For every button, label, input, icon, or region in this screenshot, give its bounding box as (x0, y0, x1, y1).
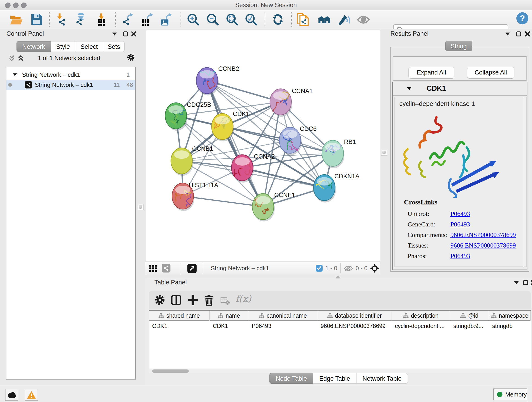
add-column-icon[interactable] (188, 295, 198, 305)
node-CCNB1[interactable]: CCNB1 (171, 145, 213, 176)
crosslink-link[interactable]: P06493 (450, 252, 470, 260)
network-view-canvas[interactable]: CCNB2CCNA1CDC25BCDK1CDC6RB1CCNB1CCNA2CDK… (145, 30, 380, 261)
table-cell[interactable]: stringdb (489, 321, 531, 331)
open-session-button[interactable] (10, 13, 23, 26)
selected-nodes-checkbox[interactable] (316, 265, 323, 272)
column-header-database-identifier[interactable]: database identifier (317, 311, 392, 321)
table-toolbar: f(x) (149, 291, 531, 309)
birds-eye-crosshair-icon[interactable] (370, 264, 379, 273)
network-row-selected[interactable]: String Network – cdk1 11 48 (6, 80, 135, 90)
node-CDK1[interactable]: CDK1 (211, 110, 249, 141)
panel-menu-icon[interactable] (112, 32, 117, 36)
zoom-in-button[interactable] (187, 13, 200, 26)
node-CDC25B[interactable]: CDC25B (165, 101, 211, 131)
panel-close-icon[interactable] (525, 31, 530, 37)
protein-card-header[interactable]: CDK1 (393, 82, 527, 96)
tree-expand-icon[interactable] (13, 73, 17, 76)
column-header-@id[interactable]: @id (450, 311, 489, 321)
crosslink-link[interactable]: 9606.ENSP00000378699 (450, 231, 516, 239)
panel-menu-icon[interactable] (514, 281, 519, 284)
refresh-button[interactable] (272, 13, 285, 26)
window-title: Session: New Session (0, 0, 532, 10)
tab-style[interactable]: Style (51, 41, 75, 52)
window-zoom-button[interactable] (21, 2, 27, 8)
show-graphics-button[interactable] (357, 13, 370, 26)
panel-close-icon[interactable] (531, 280, 532, 285)
gear-icon[interactable] (127, 54, 135, 61)
cloud-status-button[interactable] (5, 389, 18, 401)
crosslink-link[interactable]: 9606.ENSP00000378699 (450, 242, 516, 249)
table-cell[interactable]: cyclin-dependent ... (392, 321, 450, 331)
column-header-canonical-name[interactable]: canonical name (248, 311, 317, 321)
window-minimize-button[interactable] (13, 2, 19, 8)
crosslink-link[interactable]: P06493 (450, 210, 470, 217)
collapse-all-button[interactable]: Collapse All (467, 67, 514, 79)
node-RB1[interactable]: RB1 (322, 138, 356, 168)
crosslink-link[interactable]: P06493 (450, 221, 470, 228)
table-cell[interactable]: CDK1 (210, 321, 249, 331)
panel-float-icon[interactable] (516, 31, 521, 37)
export-image-button[interactable] (160, 13, 173, 26)
tab-select[interactable]: Select (75, 41, 103, 52)
open-in-window-icon[interactable] (187, 264, 196, 273)
warnings-button[interactable] (25, 389, 38, 401)
expand-all-button[interactable]: Expand All (409, 67, 454, 79)
help-button[interactable]: ? (516, 12, 529, 25)
tab-string[interactable]: String (445, 41, 472, 51)
grid-view-icon[interactable] (149, 265, 157, 272)
save-session-button[interactable] (30, 13, 43, 26)
zoom-selected-button[interactable] (245, 13, 258, 26)
import-table-button[interactable] (95, 13, 108, 26)
table-row[interactable]: CDK1CDK1P064939606.ENSP00000378699cyclin… (149, 321, 531, 331)
zoom-out-button[interactable] (206, 13, 220, 26)
share-view-icon[interactable] (162, 264, 171, 273)
network-selection-status: 1 of 1 Network selected (2, 55, 136, 62)
tab-edge-table[interactable]: Edge Table (313, 373, 356, 384)
export-table-button[interactable] (141, 13, 154, 26)
tab-node-table[interactable]: Node Table (269, 373, 313, 384)
node-CDKN1A[interactable]: CDKN1A (314, 173, 360, 203)
hidden-eye-slash-icon[interactable] (344, 265, 353, 272)
memory-button[interactable]: Memory (493, 389, 527, 400)
results-vertical-scrollbar[interactable] (524, 97, 526, 267)
left-splitter-handle[interactable] (138, 204, 144, 210)
column-header-namespace[interactable]: namespace (489, 311, 531, 321)
tab-network-table[interactable]: Network Table (356, 373, 408, 384)
string-import-button[interactable] (297, 13, 310, 26)
edge-HIST1H1A-CCNE1[interactable] (183, 196, 263, 207)
column-header-description[interactable]: description (392, 311, 450, 321)
panel-float-icon[interactable] (523, 280, 528, 285)
clear-table-icon[interactable] (220, 297, 230, 305)
panel-close-icon[interactable] (131, 31, 137, 37)
node-CCNE1[interactable]: CCNE1 (252, 191, 295, 222)
annotations-button[interactable] (337, 13, 351, 26)
delete-column-icon[interactable] (204, 295, 214, 306)
collapse-section-icon[interactable] (407, 87, 412, 90)
gear-icon[interactable] (154, 295, 165, 305)
column-header-shared-name[interactable]: shared name (149, 311, 210, 321)
columns-icon[interactable] (171, 295, 181, 305)
tab-network[interactable]: Network (17, 41, 51, 52)
network-list: String Network – cdk1 1 String Network –… (6, 67, 136, 380)
panel-float-icon[interactable] (123, 31, 128, 37)
function-builder-icon[interactable]: f(x) (235, 293, 251, 304)
node-CDC6[interactable]: CDC6 (279, 125, 317, 155)
right-splitter-handle[interactable] (381, 150, 387, 156)
table-cell[interactable]: CDK1 (149, 321, 210, 331)
scrollbar-thumb[interactable] (152, 370, 189, 373)
zoom-fit-button[interactable] (226, 13, 239, 26)
tree-column-icon (460, 313, 466, 318)
window-close-button[interactable] (5, 2, 11, 8)
import-database-button[interactable] (75, 13, 88, 26)
node-HIST1H1A[interactable]: HIST1H1A (172, 182, 218, 211)
table-cell[interactable]: 9606.ENSP00000378699 (317, 321, 392, 331)
import-network-button[interactable] (55, 13, 68, 26)
home-networks-button[interactable] (317, 13, 331, 26)
export-network-button[interactable] (122, 13, 135, 26)
network-collection-row[interactable]: String Network – cdk1 1 (6, 70, 135, 80)
table-cell[interactable]: P06493 (248, 321, 317, 331)
panel-menu-icon[interactable] (505, 32, 510, 36)
tab-sets[interactable]: Sets (103, 41, 125, 52)
table-cell[interactable]: stringdb:9... (450, 321, 489, 331)
column-header-name[interactable]: name (210, 311, 249, 321)
